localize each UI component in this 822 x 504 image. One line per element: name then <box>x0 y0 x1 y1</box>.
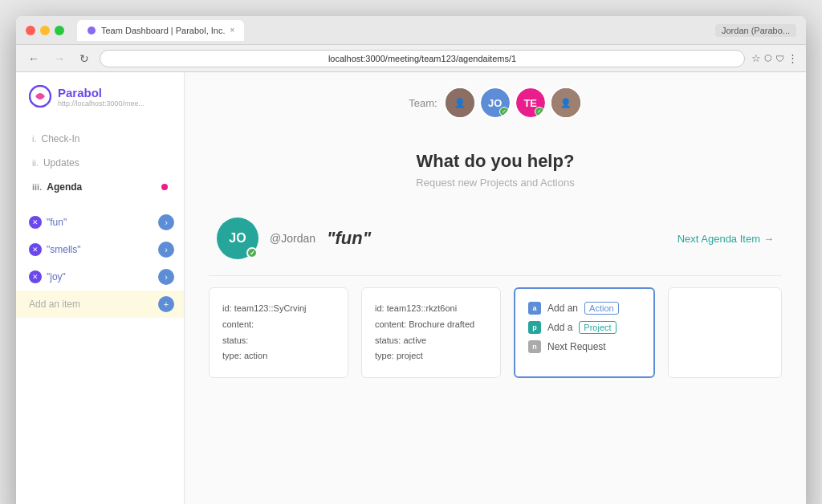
card-line-1: id: team123::SyCrvinj <box>222 301 335 317</box>
agenda-item-label-2: "smells" <box>47 244 153 255</box>
avatar-2: JO ✓ <box>479 87 511 119</box>
nav-right-icons: ☆ ⬡ 🛡 ⋮ <box>751 52 798 64</box>
tab-title: Team Dashboard | Parabol, Inc. <box>101 26 226 35</box>
active-tab[interactable]: Team Dashboard | Parabol, Inc. × <box>77 20 244 41</box>
sidebar-item-updates[interactable]: ii. Updates <box>16 151 184 175</box>
agenda-item-arrow-3[interactable]: › <box>158 269 174 285</box>
add-item-row[interactable]: Add an item + <box>16 291 184 318</box>
next-agenda-link[interactable]: Next Agenda Item → <box>678 233 774 245</box>
avatar-3: TE ✓ <box>515 87 547 119</box>
card-line-3: status: <box>222 333 335 349</box>
add-project-text: Add a <box>547 322 572 333</box>
title-bar: Team Dashboard | Parabol, Inc. × Jordan … <box>16 16 806 45</box>
card-actions: a Add an Action p Add a Project n Next R… <box>514 287 655 378</box>
avatar-1: 👤 <box>444 87 476 119</box>
card-project-info: id: team123::rkzt6oni content: Brochure … <box>361 287 501 378</box>
agenda-item-joy[interactable]: ✕ "joy" › <box>16 263 184 291</box>
next-request-kbd: n <box>528 340 541 353</box>
more-icon[interactable]: ⋮ <box>787 52 798 64</box>
current-user-avatar: JO ✓ <box>217 217 258 259</box>
close-button[interactable] <box>26 26 35 35</box>
agenda-item-fun[interactable]: ✕ "fun" › <box>16 209 184 236</box>
forward-button[interactable]: → <box>50 51 69 67</box>
divider <box>209 275 782 276</box>
card-action-info: id: team123::SyCrvinj content: status: t… <box>209 287 348 378</box>
refresh-button[interactable]: ↻ <box>75 51 93 67</box>
current-user-section: JO ✓ @Jordan "fun" Next Agenda Item → <box>185 205 806 272</box>
agenda-list: ✕ "fun" › ✕ "smells" › ✕ "joy" › Add an … <box>16 205 184 321</box>
tab-close-icon[interactable]: × <box>230 26 235 35</box>
back-button[interactable]: ← <box>24 51 43 67</box>
help-subtitle: Request new Projects and Actions <box>185 177 806 189</box>
checkin-label: Check-In <box>42 133 80 144</box>
maximize-button[interactable] <box>55 26 64 35</box>
add-action-kbd: a <box>528 302 541 315</box>
sidebar-item-agenda[interactable]: iii. Agenda <box>16 175 184 199</box>
current-user-badge: ✓ <box>246 247 258 258</box>
card-p-line-4: type: project <box>375 348 487 364</box>
logo-url: http://localhost:3000/mee... <box>58 100 144 108</box>
card-p-line-1: id: team123::rkzt6oni <box>375 301 487 317</box>
logo-area: Parabol http://localhost:3000/mee... <box>16 85 184 120</box>
next-request-row[interactable]: n Next Request <box>528 340 641 353</box>
avatar-4: 👤 <box>550 87 582 119</box>
next-request-text: Next Request <box>547 341 606 352</box>
star-icon[interactable]: ☆ <box>751 52 761 64</box>
action-tag: Action <box>584 302 619 315</box>
agenda-icon-3: ✕ <box>29 270 42 283</box>
sidebar-item-checkin[interactable]: i. Check-In <box>16 127 184 151</box>
card-p-line-3: status: active <box>375 333 487 349</box>
current-user-name: @Jordan <box>270 232 315 245</box>
next-arrow-icon: → <box>763 233 774 245</box>
cards-section: id: team123::SyCrvinj content: status: t… <box>185 279 806 394</box>
card-line-2: content: <box>222 317 335 333</box>
card-line-4: type: action <box>222 348 335 364</box>
minimize-button[interactable] <box>40 26 50 35</box>
add-item-icon[interactable]: + <box>158 296 174 312</box>
team-header: Team: 👤 JO ✓ TE ✓ <box>185 72 806 127</box>
card-empty <box>668 287 782 378</box>
add-action-text: Add an <box>547 303 578 314</box>
browser-window: Team Dashboard | Parabol, Inc. × Jordan … <box>16 16 806 504</box>
card-p-line-2: content: Brochure drafted <box>375 317 487 333</box>
agenda-icon-1: ✕ <box>29 216 42 229</box>
agenda-item-arrow-1[interactable]: › <box>158 214 174 230</box>
current-topic: "fun" <box>327 228 371 249</box>
project-tag: Project <box>579 321 616 334</box>
agenda-item-arrow-2[interactable]: › <box>158 242 174 258</box>
avatar-2-badge: ✓ <box>499 107 509 116</box>
sidebar-nav-items: i. Check-In ii. Updates iii. Agenda <box>16 120 184 205</box>
help-section: What do you help? Request new Projects a… <box>185 127 806 205</box>
avatar-3-badge: ✓ <box>535 107 544 116</box>
team-label: Team: <box>409 97 437 109</box>
svg-point-0 <box>87 26 96 35</box>
updates-label: Updates <box>43 157 79 169</box>
active-dot <box>161 184 168 190</box>
parabol-logo <box>29 85 51 108</box>
main-layout: Parabol http://localhost:3000/mee... i. … <box>16 72 806 504</box>
agenda-item-smells[interactable]: ✕ "smells" › <box>16 236 184 263</box>
extensions-icon[interactable]: ⬡ <box>764 53 772 63</box>
content-area: Team: 👤 JO ✓ TE ✓ <box>185 72 806 504</box>
agenda-item-label-1: "fun" <box>47 217 153 228</box>
help-title: What do you help? <box>185 151 806 172</box>
add-project-row[interactable]: p Add a Project <box>528 321 641 334</box>
shield-icon[interactable]: 🛡 <box>775 54 784 63</box>
add-project-kbd: p <box>528 321 541 334</box>
nav-bar: ← → ↻ ☆ ⬡ 🛡 ⋮ <box>16 45 806 72</box>
tab-bar: Team Dashboard | Parabol, Inc. × <box>77 20 244 41</box>
agenda-item-label-3: "joy" <box>47 271 153 282</box>
agenda-icon-2: ✕ <box>29 243 42 256</box>
url-bar[interactable] <box>100 50 745 67</box>
add-item-label: Add an item <box>29 299 153 310</box>
logo-name: Parabol <box>58 86 144 100</box>
add-action-row[interactable]: a Add an Action <box>528 302 641 315</box>
sidebar: Parabol http://localhost:3000/mee... i. … <box>16 72 185 504</box>
user-profile-label: Jordan (Parabo... <box>715 24 796 37</box>
agenda-label: Agenda <box>47 181 82 193</box>
avatar-row: 👤 JO ✓ TE ✓ 👤 <box>444 87 582 119</box>
